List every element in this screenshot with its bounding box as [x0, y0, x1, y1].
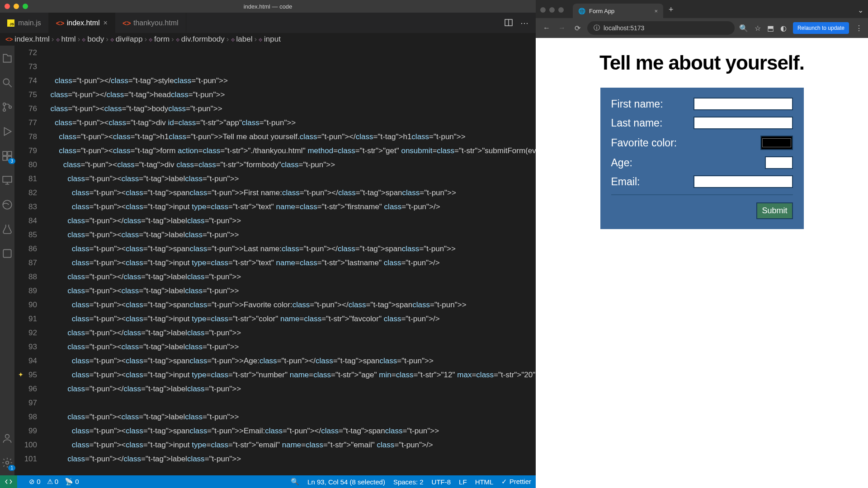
site-info-icon[interactable]: ⓘ — [594, 24, 600, 32]
zoom-icon[interactable]: 🔍 — [291, 478, 299, 486]
favcolor-row: Favorite color: — [611, 136, 793, 150]
testing-icon[interactable] — [0, 222, 14, 236]
remote-indicator[interactable] — [0, 475, 17, 488]
maximize-window-button[interactable] — [23, 4, 28, 9]
tab-mainjs[interactable]: JS main.js — [0, 13, 49, 33]
cursor-position[interactable]: Ln 93, Col 54 (8 selected) — [307, 478, 385, 486]
source-control-icon[interactable] — [0, 100, 14, 114]
back-button[interactable]: ← — [541, 24, 552, 32]
tab-dropdown-icon[interactable]: ⌄ — [858, 6, 863, 18]
email-row: Email: — [611, 175, 793, 188]
svg-point-15 — [3, 200, 12, 209]
email-input[interactable] — [693, 175, 793, 188]
eol-status[interactable]: LF — [459, 478, 467, 486]
encoding-status[interactable]: UTF-8 — [432, 478, 451, 486]
breadcrumb-item[interactable]: html — [61, 35, 76, 44]
email-label: Email: — [611, 176, 640, 188]
favcolor-input[interactable] — [760, 136, 793, 150]
more-actions-icon[interactable]: ⋯ — [520, 18, 528, 28]
svg-point-2 — [3, 79, 9, 84]
js-file-icon: JS — [7, 19, 14, 27]
svg-point-18 — [6, 461, 9, 465]
breadcrumb[interactable]: <> index.html› ⟐ html› ⟐ body› ⟐ div#app… — [0, 33, 536, 46]
tab-indexhtml[interactable]: <> index.html × — [49, 13, 115, 33]
accounts-icon[interactable] — [0, 431, 14, 446]
maximize-window-button[interactable] — [558, 7, 564, 13]
language-status[interactable]: HTML — [475, 478, 494, 486]
breadcrumb-item[interactable]: body — [87, 35, 104, 44]
lastname-input[interactable] — [693, 117, 793, 129]
breadcrumb-item[interactable]: label — [236, 35, 253, 44]
close-tab-icon[interactable]: × — [104, 19, 108, 27]
browser-tab[interactable]: 🌐 Form App × — [573, 4, 663, 18]
breadcrumb-item[interactable]: input — [264, 35, 281, 44]
main-area: 3 1 727374757677787980818283848586878889… — [0, 46, 536, 475]
install-app-icon[interactable]: ⬒ — [767, 24, 774, 33]
tab-label: index.html — [67, 19, 100, 27]
run-debug-icon[interactable] — [0, 124, 14, 139]
lastname-label: Last name: — [611, 117, 663, 129]
browser-traffic-lights — [540, 7, 569, 18]
formatter-status[interactable]: ✓ Prettier — [501, 478, 531, 486]
browser-chrome: 🌐 Form App × + ⌄ ← → ⟳ ⓘ localhost:5173 … — [536, 0, 868, 38]
extra-icon[interactable] — [0, 246, 14, 261]
errors-count[interactable]: ⊘ 0 — [29, 478, 41, 486]
breadcrumb-item[interactable]: div.formbody — [181, 35, 225, 44]
minimize-window-button[interactable] — [14, 4, 19, 9]
breadcrumb-item[interactable]: div#app — [116, 35, 143, 44]
firstname-input[interactable] — [693, 98, 793, 110]
bookmark-icon[interactable]: ☆ — [755, 24, 761, 33]
activity-bar: 3 1 — [0, 46, 14, 475]
indent-status[interactable]: Spaces: 2 — [393, 478, 424, 486]
svg-rect-9 — [8, 151, 12, 155]
tab-actions: ⋯ — [497, 18, 536, 28]
svg-rect-16 — [3, 249, 11, 257]
remote-explorer-icon[interactable] — [0, 173, 14, 188]
svg-point-5 — [3, 109, 5, 111]
address-bar[interactable]: ⓘ localhost:5173 — [587, 21, 735, 35]
code-area[interactable]: class="t-pun"></class="t-tag">styleclass… — [46, 46, 536, 475]
menu-icon[interactable]: ⋮ — [855, 24, 863, 33]
browser-tabs: 🌐 Form App × + ⌄ — [536, 0, 868, 18]
page-content: Tell me about yourself. First name: Last… — [536, 38, 868, 488]
firstname-label: First name: — [611, 98, 663, 110]
zoom-icon[interactable]: 🔍 — [739, 24, 748, 33]
status-bar: ⊘ 0 ⚠ 0 📡 0 🔍 Ln 93, Col 54 (8 selected)… — [0, 475, 536, 488]
extensions-icon[interactable]: 3 — [0, 149, 14, 163]
svg-marker-7 — [5, 127, 11, 135]
close-window-button[interactable] — [5, 4, 10, 9]
svg-rect-10 — [3, 156, 7, 160]
relaunch-button[interactable]: Relaunch to update — [793, 22, 849, 34]
tab-thankyouhtml[interactable]: <> thankyou.html — [115, 13, 186, 33]
profile-icon[interactable]: ◐ — [780, 24, 787, 33]
breadcrumb-item[interactable]: index.html — [14, 35, 49, 44]
ports-count[interactable]: 📡 0 — [65, 478, 79, 486]
editor-tabs: JS main.js <> index.html × <> thankyou.h… — [0, 13, 497, 33]
favcolor-label: Favorite color: — [611, 137, 677, 149]
close-window-button[interactable] — [540, 7, 546, 13]
bracket-icon: ⟐ — [82, 36, 85, 43]
form-body: First name: Last name: Favorite color: A… — [600, 88, 804, 229]
editor-tabs-row: JS main.js <> index.html × <> thankyou.h… — [0, 13, 536, 33]
code-editor[interactable]: 7273747576777879808182838485868788899091… — [14, 46, 536, 475]
split-editor-icon[interactable] — [504, 18, 513, 28]
forward-button[interactable]: → — [557, 24, 567, 32]
settings-gear-icon[interactable]: 1 — [0, 455, 14, 470]
explorer-icon[interactable] — [0, 51, 14, 66]
minimize-window-button[interactable] — [549, 7, 555, 13]
firstname-row: First name: — [611, 98, 793, 110]
warnings-count[interactable]: ⚠ 0 — [47, 478, 59, 486]
age-input[interactable] — [765, 156, 793, 169]
bracket-icon: ⟐ — [231, 36, 235, 43]
breadcrumb-item[interactable]: form — [154, 35, 170, 44]
close-tab-icon[interactable]: × — [654, 8, 658, 14]
search-icon[interactable] — [0, 75, 14, 90]
new-tab-button[interactable]: + — [667, 5, 674, 18]
svg-point-17 — [5, 434, 9, 438]
tab-label: thankyou.html — [133, 19, 179, 27]
reload-button[interactable]: ⟳ — [572, 24, 583, 33]
submit-button[interactable]: Submit — [756, 202, 793, 219]
edge-icon[interactable] — [0, 197, 14, 212]
globe-icon: 🌐 — [578, 8, 585, 14]
window-title: index.html — code — [244, 3, 292, 10]
